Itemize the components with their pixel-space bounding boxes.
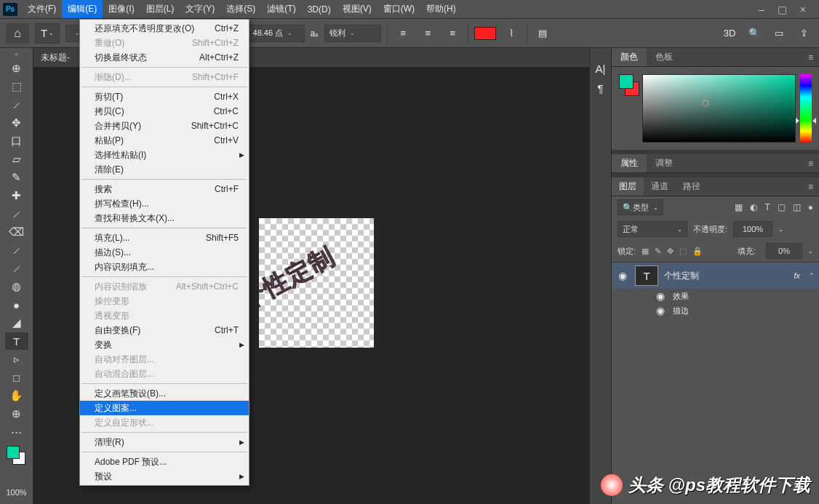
menu-item[interactable]: 定义画笔预设(B)...: [80, 386, 249, 401]
arrange-icon[interactable]: ▭: [770, 24, 788, 43]
tool-crop[interactable]: 口: [5, 132, 28, 150]
color-field[interactable]: ○: [642, 74, 796, 143]
tab-color[interactable]: 颜色: [612, 48, 647, 66]
lock-image-icon[interactable]: ✎: [655, 247, 661, 256]
character-panel-icon[interactable]: ▤: [533, 24, 552, 43]
menu-item[interactable]: 选择性粘贴(I)▶: [80, 148, 249, 162]
menu-item[interactable]: 内容识别填充...: [80, 260, 249, 274]
paragraph-panel-icon[interactable]: ¶: [597, 82, 603, 95]
menu-item[interactable]: 自由变换(F)Ctrl+T: [80, 323, 249, 337]
fg-color-swatch[interactable]: [619, 74, 634, 89]
visibility-icon[interactable]: ◉: [654, 305, 667, 316]
tool-hand[interactable]: ✋: [5, 387, 28, 404]
tool-eraser[interactable]: ⟋: [5, 260, 28, 277]
filter-adjust-icon[interactable]: ◐: [750, 202, 757, 212]
tab-properties[interactable]: 属性: [612, 154, 647, 172]
share-icon[interactable]: ⇪: [794, 24, 813, 43]
menu-3d[interactable]: 3D(D): [302, 1, 337, 17]
layer-item[interactable]: ◉ T 个性定制 fx ⌃: [612, 263, 819, 289]
tool-edit-toolbar[interactable]: ⋯: [5, 423, 28, 441]
character-panel-icon[interactable]: A|: [596, 63, 606, 75]
blend-mode-field[interactable]: 正常⌄: [618, 221, 687, 237]
menu-item[interactable]: 清理(R)▶: [80, 435, 249, 449]
panel-menu-icon[interactable]: ≡: [802, 182, 819, 192]
tool-path[interactable]: ▹: [5, 351, 28, 368]
menu-item[interactable]: 查找和替换文本(X)...: [80, 211, 249, 225]
tool-eyedropper[interactable]: ✎: [5, 169, 28, 186]
visibility-icon[interactable]: ◉: [616, 270, 629, 281]
menu-help[interactable]: 帮助(H): [420, 0, 462, 18]
menu-file[interactable]: 文件(F): [22, 0, 62, 18]
tool-shape[interactable]: □: [5, 369, 28, 386]
tab-swatches[interactable]: 色板: [647, 48, 682, 66]
menu-image[interactable]: 图像(I): [103, 0, 140, 18]
foreground-color[interactable]: [7, 446, 20, 459]
home-icon[interactable]: ⌂: [6, 23, 29, 44]
tool-quick-select[interactable]: ✥: [5, 114, 28, 132]
font-size-field[interactable]: 48.46 点⌄: [248, 25, 305, 42]
warp-text-icon[interactable]: ⌇: [502, 24, 521, 43]
menu-item[interactable]: 拼写检查(H)...: [80, 196, 249, 211]
menu-filter[interactable]: 滤镜(T): [261, 0, 301, 18]
text-color-swatch[interactable]: [474, 27, 496, 40]
menu-item[interactable]: 填充(L)...Shift+F5: [80, 231, 249, 245]
tool-clone[interactable]: ⌫: [5, 223, 28, 241]
menu-item[interactable]: 描边(S)...: [80, 245, 249, 260]
filter-toggle-icon[interactable]: ●: [808, 202, 813, 212]
filter-smart-icon[interactable]: ◫: [793, 202, 801, 212]
window-minimize-icon[interactable]: –: [759, 4, 764, 15]
menu-edit[interactable]: 编辑(E): [62, 0, 103, 18]
color-select-swatches[interactable]: [619, 74, 638, 143]
align-center-icon[interactable]: ≡: [418, 24, 437, 43]
layer-name[interactable]: 个性定制: [664, 270, 699, 282]
tool-healing[interactable]: ✚: [5, 187, 28, 204]
lock-artboard-icon[interactable]: ⬚: [679, 247, 687, 256]
tool-type[interactable]: T: [5, 332, 28, 350]
layer-thumbnail[interactable]: T: [635, 265, 658, 286]
lock-transparency-icon[interactable]: ▦: [642, 247, 649, 256]
align-left-icon[interactable]: ≡: [393, 24, 412, 43]
panel-menu-icon[interactable]: ≡: [802, 159, 819, 169]
menu-item[interactable]: 切换最终状态Alt+Ctrl+Z: [80, 50, 249, 65]
tool-dodge[interactable]: ●: [5, 296, 28, 313]
lock-position-icon[interactable]: ✥: [667, 247, 674, 256]
document-tab[interactable]: 未标题-: [41, 52, 70, 64]
tab-channels[interactable]: 通道: [644, 177, 676, 196]
tab-paths[interactable]: 路径: [676, 177, 708, 196]
menu-item[interactable]: 定义图案...: [80, 401, 249, 415]
menu-select[interactable]: 选择(S): [220, 0, 261, 18]
menu-item[interactable]: 剪切(T)Ctrl+X: [80, 89, 249, 104]
window-maximize-icon[interactable]: ▢: [778, 4, 787, 15]
tool-frame[interactable]: ▱: [5, 151, 28, 168]
fx-disclosure[interactable]: ⌃: [809, 272, 815, 279]
menu-item[interactable]: 拷贝(C)Ctrl+C: [80, 104, 249, 119]
menu-view[interactable]: 视图(V): [337, 0, 377, 18]
menu-item[interactable]: Adobe PDF 预设...: [80, 455, 249, 469]
tool-move[interactable]: ⊕: [5, 60, 28, 77]
menu-item[interactable]: 合并拷贝(Y)Shift+Ctrl+C: [80, 119, 249, 133]
fx-stroke-row[interactable]: ◉ 描边: [612, 303, 819, 318]
color-swatches[interactable]: [5, 444, 28, 465]
menu-item[interactable]: 还原填充不透明度更改(O)Ctrl+Z: [80, 21, 249, 36]
filter-pixel-icon[interactable]: ▦: [735, 202, 743, 212]
filter-type-icon[interactable]: T: [764, 202, 770, 212]
window-close-icon[interactable]: ×: [800, 4, 806, 15]
fill-field[interactable]: 0%: [766, 243, 802, 259]
tool-brush[interactable]: ⟋: [5, 205, 28, 223]
layer-filter-type[interactable]: 🔍 类型 ⌄: [618, 199, 663, 215]
opacity-field[interactable]: 100%: [733, 221, 772, 237]
tool-marquee[interactable]: ⬚: [5, 78, 28, 95]
tab-layers[interactable]: 图层: [612, 177, 644, 196]
menu-item[interactable]: 变换▶: [80, 337, 249, 352]
tool-pen[interactable]: ◢: [5, 314, 28, 332]
tool-gradient[interactable]: ◍: [5, 278, 28, 295]
toolbox-handle[interactable]: «: [6, 51, 28, 58]
menu-layer[interactable]: 图层(L): [140, 0, 180, 18]
menu-window[interactable]: 窗口(W): [377, 0, 420, 18]
tool-history[interactable]: ⟋: [5, 241, 28, 259]
fx-badge[interactable]: fx: [794, 271, 800, 280]
tool-preset[interactable]: T ⌄: [35, 23, 60, 44]
align-right-icon[interactable]: ≡: [443, 24, 462, 43]
panel-menu-icon[interactable]: ≡: [802, 52, 819, 63]
menu-item[interactable]: 预设▶: [80, 469, 249, 484]
